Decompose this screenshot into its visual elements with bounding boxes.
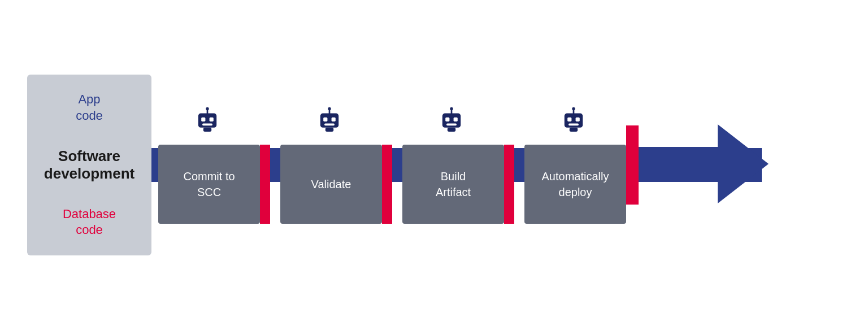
svg-rect-10 <box>323 118 327 121</box>
svg-rect-17 <box>445 118 449 121</box>
step-card-build: BuildArtifact <box>402 145 504 224</box>
svg-rect-26 <box>568 124 579 126</box>
step-card-commit: Commit toSCC <box>158 145 260 224</box>
step-label-deploy: Automaticallydeploy <box>542 168 609 200</box>
svg-marker-28 <box>639 124 769 203</box>
svg-rect-13 <box>326 128 333 132</box>
svg-rect-11 <box>332 118 336 121</box>
app-code-label: Appcode <box>76 92 103 124</box>
robot-icon-deploy <box>558 106 592 140</box>
svg-rect-5 <box>202 124 212 126</box>
end-red-strip <box>626 125 639 205</box>
svg-rect-19 <box>446 124 457 126</box>
robot-icon-commit <box>192 106 226 140</box>
svg-rect-27 <box>570 128 578 132</box>
step-card-deploy: Automaticallydeploy <box>524 145 626 224</box>
pipeline: Commit toSCC Validate <box>149 114 841 216</box>
software-development-label: Software development <box>27 147 151 183</box>
svg-rect-6 <box>203 128 211 132</box>
robot-icon-validate <box>314 106 348 140</box>
step-label-validate: Validate <box>311 176 351 192</box>
step-commit: Commit toSCC <box>158 106 260 224</box>
database-code-label: Databasecode <box>63 206 116 238</box>
svg-rect-4 <box>210 118 214 121</box>
svg-rect-3 <box>201 118 205 121</box>
diagram-container: Appcode Software development Databasecod… <box>27 29 841 301</box>
step-deploy: Automaticallydeploy <box>524 106 626 224</box>
robot-icon-build <box>436 106 470 140</box>
step-card-validate: Validate <box>280 145 382 224</box>
svg-rect-25 <box>576 118 580 121</box>
step-label-commit: Commit toSCC <box>183 168 235 200</box>
svg-point-8 <box>328 107 331 110</box>
step-label-build: BuildArtifact <box>436 168 471 200</box>
pipeline-arrow <box>639 113 769 217</box>
svg-point-1 <box>206 107 209 110</box>
step-build: BuildArtifact <box>402 106 504 224</box>
svg-rect-12 <box>324 124 335 126</box>
svg-rect-20 <box>448 128 455 132</box>
svg-rect-24 <box>567 118 571 121</box>
step-validate: Validate <box>280 106 382 224</box>
svg-rect-18 <box>454 118 458 121</box>
svg-point-15 <box>450 107 453 110</box>
svg-point-22 <box>572 107 575 110</box>
label-box: Appcode Software development Databasecod… <box>27 75 151 255</box>
